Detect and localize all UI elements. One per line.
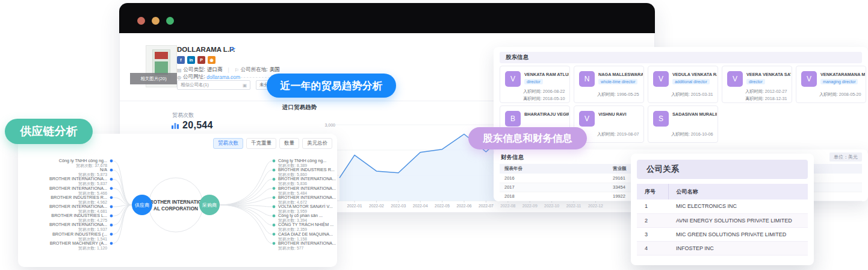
- supplier-name: Công ty TNHH công ng...: [59, 158, 107, 163]
- supplier-node[interactable]: [110, 224, 113, 227]
- center-company-node[interactable]: [149, 178, 203, 232]
- joined-date: 入职时间: 1996-05-25: [597, 92, 639, 98]
- x-axis-tick-label: 2022-04: [413, 204, 428, 208]
- company-location-label: 公司所在地:: [241, 66, 268, 74]
- shareholder-role-badge: managing director: [820, 79, 858, 84]
- buyer-name: BROTHER INTERNATIONA...: [278, 195, 336, 200]
- x-axis-tick-label: 2022-06: [457, 204, 472, 208]
- x-axis-tick-label: 2022-02: [369, 204, 384, 208]
- table-cell: 2016: [500, 174, 608, 183]
- supplier-node[interactable]: [110, 215, 113, 218]
- window-minimize-dot[interactable]: [152, 17, 160, 25]
- joined-date: 入职时间: 2006-08-22: [523, 89, 565, 95]
- supplier-node[interactable]: [110, 178, 113, 181]
- shareholder-avatar: S: [653, 111, 669, 127]
- shareholder-role-badge: additional director: [672, 79, 710, 84]
- x-axis-tick-label: 2022-03: [391, 204, 406, 208]
- facebook-icon[interactable]: f: [177, 56, 185, 64]
- shareholder-name: VEDULA VENKATA RAM...: [672, 72, 717, 77]
- buyer-node[interactable]: [273, 196, 276, 199]
- shareholder-avatar: N: [579, 71, 595, 87]
- buyer-node[interactable]: [273, 160, 276, 163]
- supplier-node[interactable]: [110, 206, 113, 209]
- company-location-value: 美国: [270, 66, 280, 74]
- supplier-name: BROTHER INTERNATIONA...: [49, 204, 107, 209]
- shareholder-card[interactable]: VVENKATARAMANA MAG...managing director入职…: [796, 66, 866, 103]
- column-header: 公司名称: [668, 184, 808, 199]
- supplier-node[interactable]: [110, 233, 113, 236]
- x-axis-tick-label: 2022-11: [566, 204, 581, 208]
- buyer-name: BROTHER INTERNATIONA...: [278, 176, 336, 181]
- buyer-node[interactable]: [273, 242, 276, 245]
- supplier-name: BROTHER INDUSTRIES R...: [51, 195, 107, 200]
- buyer-trade-count: 贸易次数: 577: [278, 246, 304, 251]
- rss-icon[interactable]: ◉: [208, 56, 215, 64]
- x-axis-tick-label: 2022-05: [435, 204, 450, 208]
- buyer-node[interactable]: [273, 187, 276, 190]
- window-maximize-dot[interactable]: [166, 17, 174, 25]
- supply-chain-pill: 供应链分析: [5, 119, 93, 144]
- buyer-node[interactable]: [273, 169, 276, 172]
- joined-date: 入职时间: 2015-03-31: [671, 92, 713, 98]
- shareholder-avatar: V: [579, 111, 595, 127]
- buyer-name: Công ty TNHH công ng...: [278, 158, 326, 163]
- table-cell: 1: [637, 199, 668, 213]
- supplier-node[interactable]: [110, 169, 113, 172]
- location-icon: ⚐: [235, 68, 239, 73]
- table-row[interactable]: 2AVNI ENERGY SOLUTIONS PRIVATE LIMITED: [637, 213, 808, 227]
- shareholder-name: BHARATIRAJU VEGIRAJU: [524, 111, 569, 117]
- company-type-icon: ▤: [177, 68, 182, 73]
- copy-icon[interactable]: ▣: [243, 83, 247, 88]
- supply-chain-network-diagram[interactable]: BROTHER INTERNATIONAL CORPORATION供应商采购商C…: [18, 134, 337, 267]
- y-axis-tick-label: 3,000: [324, 123, 335, 127]
- trade-trend-pill: 近一年的贸易趋势分析: [267, 74, 396, 98]
- supply-chain-panel: 贸易次数千克重量数量美元总价 BROTHER INTERNATIONAL COR…: [18, 134, 337, 267]
- linkedin-icon[interactable]: in: [187, 56, 195, 64]
- buyer-name: BROTHER INDUSTRIES R...: [278, 167, 335, 172]
- relations-panel-title: 公司关系: [637, 160, 808, 179]
- shareholder-card[interactable]: NNAGA MALLESWARA R...whole-time director…: [574, 66, 644, 103]
- shareholder-card[interactable]: VVENKATA RAM ATLURIdirector入职时间: 2006-08…: [500, 66, 570, 103]
- buyer-node[interactable]: [273, 178, 276, 181]
- joined-date: 入职时间: 2012-02-27: [745, 89, 787, 95]
- shareholder-card[interactable]: VVEERA VENKATA SATYA...director入职时间: 201…: [722, 66, 792, 103]
- buyer-node[interactable]: [273, 233, 276, 236]
- shareholder-name: VENKATARAMANA MAG...: [820, 72, 865, 77]
- supplier-node[interactable]: [110, 242, 113, 245]
- table-row[interactable]: 1MIC ELECTRONICS INC: [637, 199, 808, 213]
- shareholder-name: VENKATA RAM ATLURI: [524, 72, 569, 77]
- window-close-dot[interactable]: [137, 17, 145, 25]
- shareholder-card[interactable]: SSADASIVAN MURALIKR...入职时间: 2016-10-06: [648, 105, 718, 143]
- buyer-name: Công ty cổ phần sản ...: [278, 213, 323, 218]
- buyer-node[interactable]: [273, 206, 276, 209]
- shareholder-avatar: V: [727, 71, 743, 87]
- related-images-caption[interactable]: 相关图片(20): [130, 73, 177, 84]
- supplier-node[interactable]: [110, 187, 113, 190]
- supplier-name: BROTHER INDUSTRIES (...: [52, 231, 107, 237]
- supplier-name: BROTHER INDUSTRIES L...: [51, 213, 107, 218]
- relations-table-header-row: 序号公司名称: [637, 184, 808, 199]
- table-cell: 2017: [500, 183, 608, 192]
- buyer-node[interactable]: [273, 215, 276, 218]
- shareholder-card[interactable]: VVEDULA VENKATA RAM...additional directo…: [648, 66, 718, 103]
- table-cell: 2018: [500, 192, 608, 201]
- table-cell: MIC GREEN SOLUTIONS PRIVATE LIMITED: [668, 227, 808, 241]
- supplier-node[interactable]: [110, 196, 113, 199]
- table-cell: 4: [637, 241, 668, 255]
- table-row[interactable]: 4INFOSTEP INC: [637, 241, 808, 255]
- pinterest-icon[interactable]: P: [197, 56, 205, 64]
- table-row[interactable]: 3MIC GREEN SOLUTIONS PRIVATE LIMITED: [637, 227, 808, 241]
- x-axis-tick-label: 2022-08: [500, 204, 515, 208]
- supplier-name: BROTHER INTERNATIONA...: [49, 186, 107, 191]
- trade-count-label: 贸易次数: [172, 111, 194, 119]
- supplier-node[interactable]: [110, 160, 113, 163]
- refresh-icon[interactable]: ⟳: [230, 45, 235, 53]
- table-cell: INFOSTEP INC: [668, 241, 808, 255]
- supplier-name: BROTHER INTERNATIONA...: [49, 222, 107, 227]
- buyer-node[interactable]: [273, 224, 276, 227]
- shareholder-avatar: V: [505, 71, 521, 87]
- similar-company-input[interactable]: 相似公司名(1) ▣: [177, 80, 250, 90]
- shareholder-avatar: B: [505, 111, 521, 127]
- shareholder-role-badge: whole-time director: [598, 79, 637, 84]
- shareholder-role-badge: director: [746, 79, 765, 84]
